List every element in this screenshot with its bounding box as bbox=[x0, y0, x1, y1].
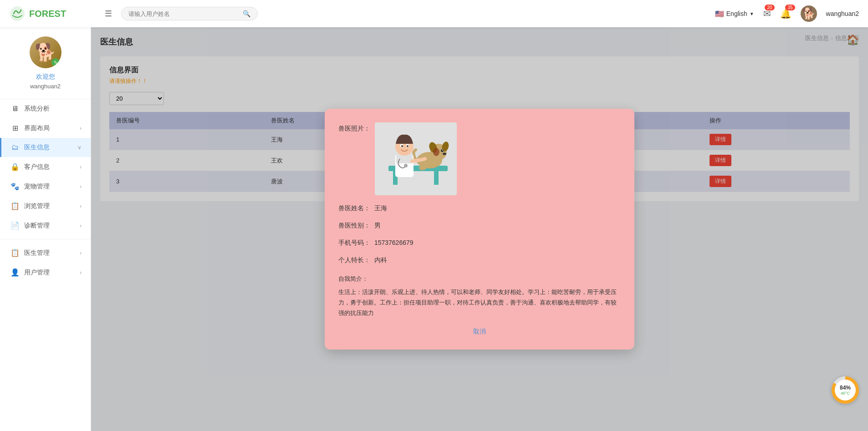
svg-point-9 bbox=[442, 150, 443, 151]
user-mgmt-icon: 👤 bbox=[10, 268, 20, 277]
header: FOREST ☰ 🔍 🇺🇸 English ▼ ✉ 20 🔔 35 🐕 wang… bbox=[0, 0, 868, 27]
progress-inner: 84% 46°C bbox=[835, 380, 856, 401]
modal: 兽医照片： bbox=[325, 109, 634, 350]
sidebar-label-layout: 界面布局 bbox=[24, 124, 80, 132]
svg-point-12 bbox=[419, 166, 426, 170]
doctor-icon: 🗂 bbox=[10, 143, 20, 152]
modal-photo-row: 兽医照片： bbox=[338, 122, 621, 195]
language-label: English bbox=[726, 10, 747, 17]
modal-phone-field: 手机号码： 15737626679 bbox=[338, 239, 621, 247]
nav-divider bbox=[0, 239, 91, 239]
menu-toggle[interactable]: ☰ bbox=[105, 9, 112, 19]
sidebar-label-browse: 浏览管理 bbox=[24, 202, 80, 210]
sidebar: 🐕 ✎ 欢迎您 wanghuan2 🖥 系统分析 ⊞ 界面布局 › 🗂 医生信息… bbox=[0, 27, 91, 431]
logo-text: FOREST bbox=[29, 9, 66, 19]
sidebar-label-diagnose: 诊断管理 bbox=[24, 222, 80, 230]
logo-icon bbox=[9, 5, 26, 22]
modal-intro: 自我简介： 生活上：活泼开朗、乐观上进、待人热情，可以和老师、同学友好相处。学习… bbox=[338, 274, 621, 319]
search-input[interactable] bbox=[128, 10, 243, 17]
modal-cancel-button[interactable]: 取消 bbox=[473, 328, 486, 336]
customer-icon: 🔒 bbox=[10, 162, 20, 171]
sidebar-label-system: 系统分析 bbox=[24, 105, 82, 113]
sidebar-avatar: 🐕 ✎ bbox=[30, 36, 61, 68]
sidebar-user: 🐕 ✎ 欢迎您 wanghuan2 bbox=[0, 27, 91, 99]
progress-percent: 84% bbox=[840, 385, 851, 391]
svg-point-10 bbox=[443, 153, 446, 155]
svg-point-11 bbox=[433, 148, 439, 156]
modal-overlay: 兽医照片： bbox=[91, 27, 868, 431]
sidebar-item-diagnose[interactable]: 📄 诊断管理 › bbox=[0, 216, 91, 235]
sidebar-item-user-mgmt[interactable]: 👤 用户管理 › bbox=[0, 263, 91, 282]
svg-point-0 bbox=[10, 6, 25, 21]
sidebar-label-doctor: 医生信息 bbox=[24, 143, 77, 152]
sidebar-label-customer: 客户信息 bbox=[24, 163, 80, 171]
modal-specialty-label: 个人特长： bbox=[338, 256, 370, 264]
pet-icon: 🐾 bbox=[10, 182, 20, 191]
bell-button[interactable]: 🔔 35 bbox=[780, 8, 791, 19]
modal-specialty-field: 个人特长： 内科 bbox=[338, 256, 621, 264]
svg-point-8 bbox=[441, 149, 444, 152]
header-right: 🇺🇸 English ▼ ✉ 20 🔔 35 🐕 wanghuan2 bbox=[715, 5, 859, 22]
sidebar-label-user-mgmt: 用户管理 bbox=[24, 269, 80, 277]
sidebar-nav: 🖥 系统分析 ⊞ 界面布局 › 🗂 医生信息 ∨ 🔒 客户信息 › 🐾 宠物管理 bbox=[0, 99, 91, 282]
svg-point-17 bbox=[401, 145, 403, 147]
sidebar-item-doctor-mgmt[interactable]: 📋 医生管理 › bbox=[0, 243, 91, 263]
modal-gender-value: 男 bbox=[374, 222, 381, 229]
browse-chevron-icon: › bbox=[80, 203, 82, 209]
lang-chevron-icon: ▼ bbox=[750, 11, 754, 16]
sidebar-item-system[interactable]: 🖥 系统分析 bbox=[0, 99, 91, 118]
modal-specialty-value: 内科 bbox=[374, 256, 387, 264]
modal-gender-label: 兽医性别： bbox=[338, 222, 370, 229]
modal-gender-field: 兽医性别： 男 bbox=[338, 222, 621, 230]
doctor-mgmt-icon: 📋 bbox=[10, 248, 20, 257]
sidebar-item-doctor[interactable]: 🗂 医生信息 ∨ bbox=[0, 138, 91, 157]
header-username: wanghuan2 bbox=[826, 10, 859, 17]
pet-chevron-icon: › bbox=[80, 183, 82, 190]
main-content: 医生信息 › 信息界面 医生信息 信息界面 请谨慎操作！！ 10 20 50 bbox=[91, 27, 868, 431]
sidebar-item-customer[interactable]: 🔒 客户信息 › bbox=[0, 157, 91, 177]
modal-cancel-row: 取消 bbox=[338, 328, 621, 336]
language-selector[interactable]: 🇺🇸 English ▼ bbox=[715, 10, 754, 18]
doctor-chevron-icon: ∨ bbox=[77, 144, 82, 151]
vet-illustration bbox=[379, 125, 452, 193]
modal-photo-image bbox=[375, 122, 457, 195]
layout: 🐕 ✎ 欢迎您 wanghuan2 🖥 系统分析 ⊞ 界面布局 › 🗂 医生信息… bbox=[0, 27, 868, 431]
sidebar-username: wanghuan2 bbox=[5, 83, 86, 90]
bell-badge: 35 bbox=[785, 5, 795, 10]
modal-name-field: 兽医姓名： 王海 bbox=[338, 204, 621, 213]
doctor-mgmt-chevron-icon: › bbox=[80, 250, 82, 256]
sidebar-label-doctor-mgmt: 医生管理 bbox=[24, 249, 80, 257]
sidebar-item-pet[interactable]: 🐾 宠物管理 › bbox=[0, 177, 91, 196]
sidebar-item-layout[interactable]: ⊞ 界面布局 › bbox=[0, 118, 91, 138]
customer-chevron-icon: › bbox=[80, 164, 82, 170]
welcome-text: 欢迎您 bbox=[5, 73, 86, 81]
sidebar-label-pet: 宠物管理 bbox=[24, 183, 80, 191]
browse-icon: 📋 bbox=[10, 202, 20, 210]
diagnose-chevron-icon: › bbox=[80, 223, 82, 229]
layout-icon: ⊞ bbox=[10, 124, 20, 132]
modal-photo-label: 兽医照片： bbox=[338, 122, 370, 133]
logo: FOREST bbox=[9, 5, 100, 22]
sidebar-item-browse[interactable]: 📋 浏览管理 › bbox=[0, 196, 91, 216]
user-mgmt-chevron-icon: › bbox=[80, 269, 82, 276]
modal-intro-label: 自我简介： bbox=[338, 274, 621, 284]
diagnose-icon: 📄 bbox=[10, 221, 20, 230]
modal-name-value: 王海 bbox=[374, 204, 387, 212]
progress-temp: 46°C bbox=[841, 391, 850, 396]
flag-icon: 🇺🇸 bbox=[715, 10, 724, 18]
modal-phone-label: 手机号码： bbox=[338, 239, 370, 246]
svg-point-19 bbox=[407, 145, 408, 147]
svg-rect-3 bbox=[434, 171, 439, 185]
edit-avatar-icon[interactable]: ✎ bbox=[51, 58, 60, 66]
mail-badge: 20 bbox=[765, 5, 774, 10]
modal-phone-value: 15737626679 bbox=[374, 239, 414, 246]
avatar[interactable]: 🐕 bbox=[801, 5, 817, 22]
search-icon[interactable]: 🔍 bbox=[243, 10, 250, 17]
search-bar: 🔍 bbox=[121, 7, 258, 20]
svg-point-20 bbox=[404, 164, 408, 167]
mail-button[interactable]: ✉ 20 bbox=[763, 8, 771, 19]
layout-chevron-icon: › bbox=[80, 125, 82, 132]
modal-name-label: 兽医姓名： bbox=[338, 204, 370, 212]
monitor-icon: 🖥 bbox=[10, 105, 20, 113]
progress-circle: 84% 46°C bbox=[832, 376, 859, 404]
